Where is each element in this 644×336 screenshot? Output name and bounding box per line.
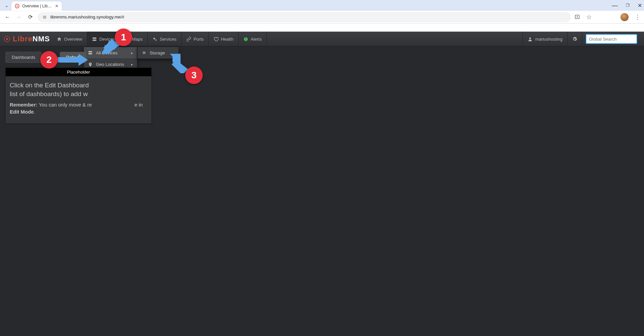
nav-overview[interactable]: Overview bbox=[52, 32, 87, 46]
gear-icon bbox=[572, 37, 577, 42]
browser-address-bar: ← → ⟳ librenms.mariushosting.synology.me… bbox=[0, 11, 644, 24]
window-controls: — ❐ ✕ bbox=[612, 0, 642, 11]
tabs-dropdown-icon[interactable]: ⌄ bbox=[2, 3, 11, 8]
reload-icon[interactable]: ⟳ bbox=[26, 14, 34, 20]
nav-health[interactable]: Health bbox=[209, 32, 239, 46]
page-body: Dashboards Default Placeholder Click on … bbox=[0, 46, 644, 129]
svg-rect-5 bbox=[93, 37, 96, 39]
close-icon[interactable]: ✕ bbox=[55, 4, 58, 8]
forward-icon: → bbox=[15, 14, 23, 20]
close-window-icon[interactable]: ✕ bbox=[638, 2, 642, 9]
cogs-icon bbox=[152, 37, 157, 42]
nav-ports[interactable]: Ports bbox=[182, 32, 209, 46]
bookmark-star-icon[interactable]: ☆ bbox=[586, 13, 592, 21]
kebab-menu-icon[interactable]: ⋮ bbox=[635, 13, 641, 21]
nav-maps-label: Maps bbox=[132, 37, 143, 42]
main-navbar: LibreNMS Overview Devices Maps Services … bbox=[0, 32, 644, 46]
settings-button[interactable] bbox=[567, 32, 582, 46]
heartbeat-icon bbox=[213, 37, 218, 42]
nav-services[interactable]: Services bbox=[148, 32, 182, 46]
nav-alerts[interactable]: Alerts bbox=[239, 32, 267, 46]
server-icon bbox=[92, 37, 97, 42]
svg-point-1 bbox=[16, 5, 18, 7]
maximize-icon[interactable]: ❐ bbox=[626, 3, 630, 8]
user-icon bbox=[528, 37, 533, 42]
alert-icon bbox=[243, 37, 248, 42]
global-search[interactable] bbox=[586, 34, 637, 44]
user-menu[interactable]: mariushosting bbox=[523, 32, 567, 46]
svg-point-12 bbox=[529, 37, 531, 39]
librenms-logo[interactable]: LibreNMS bbox=[3, 35, 50, 43]
site-settings-icon[interactable] bbox=[42, 15, 47, 19]
nav-ports-label: Ports bbox=[194, 37, 204, 42]
username-label: mariushosting bbox=[535, 37, 562, 42]
annotation-bubble-3: 3 bbox=[185, 67, 203, 84]
widget-title: Placeholder bbox=[6, 68, 151, 76]
annotation-arrow-2 bbox=[58, 54, 88, 66]
widget-body: Click on the Edit Dashboardxxxxxxxxxxxxe… bbox=[6, 76, 151, 123]
minimize-icon[interactable]: — bbox=[612, 2, 618, 9]
placeholder-widget: Placeholder Click on the Edit Dashboardx… bbox=[5, 68, 152, 124]
svg-rect-10 bbox=[246, 38, 246, 39]
nav-alerts-label: Alerts bbox=[251, 37, 262, 42]
url-text: librenms.mariushosting.synology.me/# bbox=[50, 14, 124, 19]
browser-tab-bar: ⌄ Overview | LibreNMS ✕ — ❐ ✕ bbox=[0, 0, 644, 11]
nav-services-label: Services bbox=[160, 37, 177, 42]
nav-health-label: Health bbox=[221, 37, 234, 42]
svg-marker-29 bbox=[79, 54, 88, 66]
svg-point-8 bbox=[155, 39, 157, 41]
librenms-favicon-icon bbox=[15, 4, 19, 8]
svg-rect-6 bbox=[93, 39, 96, 41]
install-app-icon[interactable] bbox=[574, 14, 580, 20]
svg-rect-28 bbox=[58, 57, 79, 62]
home-icon bbox=[57, 37, 62, 42]
url-bar[interactable]: librenms.mariushosting.synology.me/# bbox=[38, 12, 571, 22]
nav-overview-label: Overview bbox=[64, 37, 82, 42]
link-icon bbox=[186, 37, 191, 42]
tab-title: Overview | LibreNMS bbox=[22, 4, 52, 8]
global-search-input[interactable] bbox=[586, 34, 637, 44]
browser-tab[interactable]: Overview | LibreNMS ✕ bbox=[11, 1, 62, 11]
svg-point-4 bbox=[6, 38, 8, 40]
back-icon[interactable]: ← bbox=[3, 14, 11, 20]
annotation-bubble-2: 2 bbox=[40, 51, 58, 69]
tab-dashboards[interactable]: Dashboards bbox=[5, 52, 42, 63]
profile-avatar[interactable] bbox=[621, 13, 629, 21]
logo-icon bbox=[3, 35, 11, 43]
annotation-bubble-1: 1 bbox=[115, 29, 132, 46]
svg-point-7 bbox=[153, 38, 155, 39]
svg-rect-11 bbox=[246, 40, 246, 40]
logo-text: LibreNMS bbox=[13, 35, 50, 43]
